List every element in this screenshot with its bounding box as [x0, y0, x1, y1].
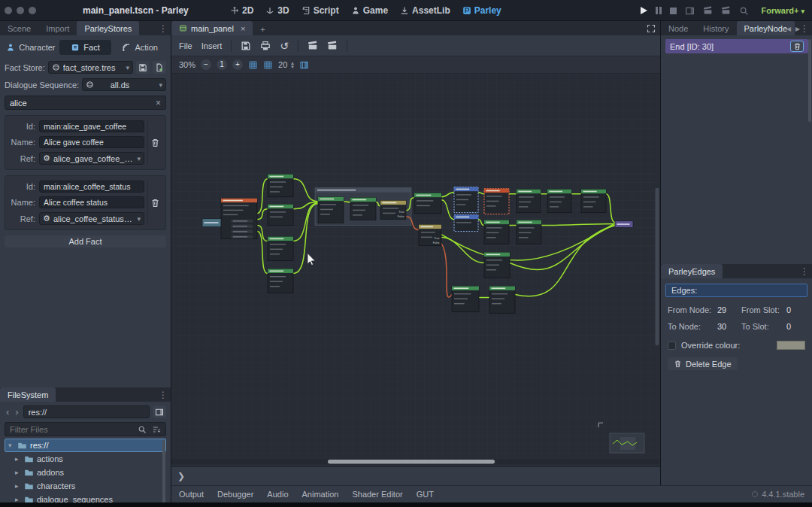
- dialogue-graph[interactable]: TrueFalseTrueFalse: [171, 74, 660, 466]
- menu-game[interactable]: Game: [351, 5, 388, 16]
- window-zoom-button[interactable]: [29, 7, 36, 14]
- clear-search-icon[interactable]: ×: [156, 98, 161, 108]
- remote-debug-icon[interactable]: [685, 6, 695, 16]
- test-scene-icon[interactable]: [327, 41, 338, 51]
- override-colour-checkbox[interactable]: [668, 342, 676, 350]
- graph-edge[interactable]: [257, 209, 268, 220]
- graph-node-d14[interactable]: [452, 286, 479, 311]
- stop-button[interactable]: [670, 8, 677, 14]
- graph-edge[interactable]: [541, 224, 615, 226]
- dock-menu-icon[interactable]: ⋮: [159, 390, 168, 400]
- graph-node-end[interactable]: [615, 221, 633, 228]
- renderer-selector[interactable]: Forward+ ▾: [762, 6, 804, 15]
- refresh-icon[interactable]: ↺: [280, 40, 289, 52]
- menu-3d[interactable]: 3D: [265, 5, 289, 16]
- add-fact-button[interactable]: Add Fact: [5, 235, 166, 247]
- tab-import[interactable]: Import: [38, 21, 77, 35]
- test-dialogue-icon[interactable]: [308, 41, 318, 51]
- graph-node-g1[interactable]: [454, 187, 478, 213]
- graph-node-start[interactable]: [202, 219, 222, 227]
- tree-scrollbar[interactable]: [162, 440, 165, 503]
- movie-maker-icon[interactable]: [703, 6, 713, 16]
- dock-menu-icon[interactable]: ⋮: [159, 23, 168, 34]
- graph-edge[interactable]: [606, 194, 615, 223]
- tree-item-addons[interactable]: ▸addons: [5, 466, 166, 479]
- grid-size-spinner[interactable]: ▴▾: [291, 61, 294, 68]
- selected-node-header[interactable]: End [ID: 30]: [665, 39, 808, 53]
- graph-node-d13[interactable]: [484, 253, 510, 278]
- graph-canvas[interactable]: TrueFalseTrueFalse: [171, 74, 660, 467]
- tab-history[interactable]: History: [695, 21, 736, 35]
- colour-swatch[interactable]: [777, 341, 805, 350]
- insert-menu[interactable]: Insert: [201, 41, 223, 50]
- graph-node-a1[interactable]: [484, 189, 509, 214]
- graph-edge[interactable]: [441, 244, 452, 298]
- tab-node[interactable]: Node: [661, 21, 695, 35]
- save-icon[interactable]: [241, 41, 251, 51]
- graph-node-d11[interactable]: [484, 220, 509, 244]
- sort-icon[interactable]: [152, 425, 161, 434]
- tab-scene[interactable]: Scene: [0, 21, 38, 35]
- dock-menu-icon[interactable]: ⋮: [800, 266, 809, 277]
- graph-edge[interactable]: [293, 204, 318, 274]
- delete-node-button[interactable]: [790, 41, 804, 52]
- new-tab-button[interactable]: +: [260, 25, 265, 35]
- graph-node-d1[interactable]: [268, 175, 293, 197]
- fact-search-input[interactable]: [10, 99, 156, 108]
- bottom-tab-animation[interactable]: Animation: [302, 490, 339, 499]
- movie-writer-icon[interactable]: [721, 6, 731, 16]
- renderer-search-icon[interactable]: [739, 6, 749, 16]
- toggle-split-mode-button[interactable]: [153, 405, 166, 418]
- graph-node-g2[interactable]: [454, 215, 478, 232]
- graph-edge[interactable]: [293, 179, 318, 202]
- graph-node-d9[interactable]: [547, 190, 571, 213]
- window-minimize-button[interactable]: [17, 7, 24, 14]
- tree-item-root[interactable]: ▾res://: [5, 439, 166, 452]
- store-tab-action[interactable]: Action: [114, 40, 166, 55]
- bottom-panel-expander[interactable]: ❯: [171, 467, 660, 484]
- nav-back-icon[interactable]: ‹: [5, 406, 11, 417]
- dock-menu-icon[interactable]: ⋮: [800, 23, 809, 34]
- grid-toggle-button[interactable]: [263, 59, 273, 70]
- play-button[interactable]: [641, 7, 647, 14]
- zoom-in-button[interactable]: +: [232, 59, 243, 70]
- graph-edge[interactable]: [257, 179, 268, 214]
- fact-name-field[interactable]: [39, 136, 144, 148]
- minimap-toggle-button[interactable]: [299, 59, 309, 70]
- graph-node-d12[interactable]: [517, 220, 541, 244]
- path-bar[interactable]: res://: [23, 405, 150, 418]
- snap-toggle-button[interactable]: [248, 59, 258, 70]
- bottom-tab-output[interactable]: Output: [179, 490, 204, 499]
- distraction-free-button[interactable]: [647, 23, 656, 33]
- graph-edge[interactable]: [441, 193, 454, 197]
- menu-script[interactable]: Script: [301, 5, 339, 16]
- tree-item-characters[interactable]: ▸characters: [5, 479, 166, 493]
- graph-node-c2[interactable]: TrueFalse: [419, 225, 441, 246]
- graph-minimap[interactable]: [610, 433, 644, 453]
- edges-section-header[interactable]: Edges:: [665, 284, 807, 297]
- zoom-reset-button[interactable]: 1: [217, 59, 227, 70]
- graph-node-d6[interactable]: [350, 198, 376, 220]
- delete-fact-button[interactable]: [147, 120, 162, 165]
- pause-button[interactable]: [656, 7, 662, 14]
- save-fact-store-button[interactable]: [136, 61, 150, 74]
- graph-node-c1[interactable]: TrueFalse: [380, 201, 406, 220]
- fact-ref-dropdown[interactable]: ⚙alice_coffee_status_fact.▾: [39, 212, 144, 225]
- new-fact-store-button[interactable]: [153, 61, 166, 74]
- fact-id-field[interactable]: [39, 120, 144, 132]
- graph-edge[interactable]: [257, 232, 268, 274]
- graph-node-d15[interactable]: [489, 286, 515, 313]
- bottom-tab-audio[interactable]: Audio: [267, 490, 288, 499]
- fact-name-field[interactable]: [39, 196, 144, 208]
- graph-node-d2[interactable]: [268, 205, 293, 226]
- filter-files-input[interactable]: [10, 425, 138, 434]
- zoom-out-button[interactable]: −: [201, 59, 211, 70]
- caret-right-icon[interactable]: ▸: [15, 455, 21, 463]
- delete-fact-button[interactable]: [147, 181, 162, 225]
- tab-filesystem[interactable]: FileSystem: [0, 387, 56, 402]
- delete-edge-button[interactable]: Delete Edge: [668, 357, 738, 370]
- store-tab-character[interactable]: Character: [5, 40, 57, 55]
- fact-ref-dropdown[interactable]: ⚙alice_gave_coffee_fact.g▾: [39, 152, 144, 165]
- fact-store-dropdown[interactable]: fact_store.tres ▾: [48, 61, 133, 74]
- tree-item-actions[interactable]: ▸actions: [5, 452, 166, 466]
